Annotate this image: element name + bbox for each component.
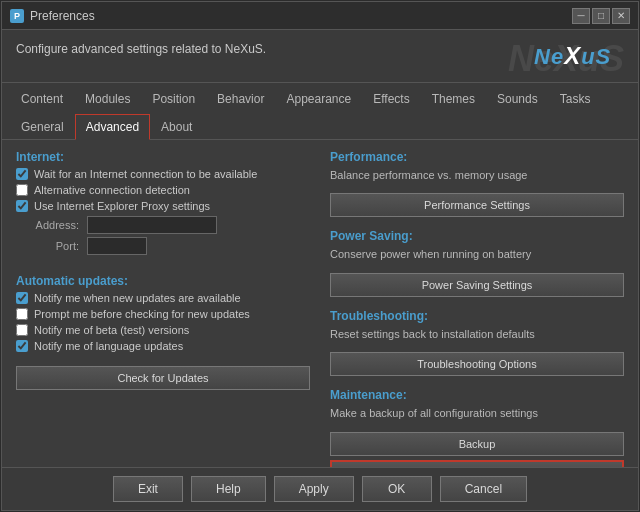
troubleshooting-title: Troubleshooting: (330, 309, 624, 323)
maintenance-section: Maintenance: Make a backup of all config… (330, 388, 624, 467)
checkbox-internet-wait-input[interactable] (16, 168, 28, 180)
check-updates-button[interactable]: Check for Updates (16, 366, 310, 390)
troubleshooting-desc: Reset settings back to installation defa… (330, 327, 624, 342)
checkbox-alt-connection-label: Alternative connection detection (34, 184, 190, 196)
checkbox-notify-beta: Notify me of beta (test) versions (16, 324, 310, 336)
address-row: Address: (16, 216, 310, 234)
apply-button[interactable]: Apply (274, 476, 354, 502)
tab-appearance[interactable]: Appearance (275, 86, 362, 111)
restore-button[interactable]: Restore (330, 460, 624, 467)
performance-title: Performance: (330, 150, 624, 164)
checkbox-prompt-before-check-input[interactable] (16, 308, 28, 320)
power-saving-title: Power Saving: (330, 229, 624, 243)
left-panel: Internet: Wait for an Internet connectio… (16, 150, 310, 457)
address-input[interactable] (87, 216, 217, 234)
auto-updates-section: Automatic updates: Notify me when new up… (16, 274, 310, 390)
ok-button[interactable]: OK (362, 476, 432, 502)
backup-button[interactable]: Backup (330, 432, 624, 456)
header-description: Configure advanced settings related to N… (16, 38, 266, 56)
checkbox-internet-wait: Wait for an Internet connection to be av… (16, 168, 310, 180)
tab-general[interactable]: General (10, 114, 75, 139)
checkbox-alt-connection: Alternative connection detection (16, 184, 310, 196)
right-panel: Performance: Balance performance vs. mem… (330, 150, 624, 457)
auto-updates-title: Automatic updates: (16, 274, 310, 288)
troubleshooting-section: Troubleshooting: Reset settings back to … (330, 309, 624, 376)
tab-behavior[interactable]: Behavior (206, 86, 275, 111)
power-saving-section: Power Saving: Conserve power when runnin… (330, 229, 624, 296)
tab-effects[interactable]: Effects (362, 86, 420, 111)
maximize-button[interactable]: □ (592, 8, 610, 24)
header-area: Configure advanced settings related to N… (2, 30, 638, 83)
minimize-button[interactable]: ─ (572, 8, 590, 24)
performance-desc: Balance performance vs. memory usage (330, 168, 624, 183)
checkbox-notify-beta-label: Notify me of beta (test) versions (34, 324, 189, 336)
port-row: Port: (16, 237, 310, 255)
maintenance-desc: Make a backup of all configuration setti… (330, 406, 624, 421)
performance-section: Performance: Balance performance vs. mem… (330, 150, 624, 217)
port-label: Port: (34, 240, 79, 252)
title-bar: P Preferences ─ □ ✕ (2, 2, 638, 30)
tab-content[interactable]: Content (10, 86, 74, 111)
tab-advanced[interactable]: Advanced (75, 114, 150, 140)
checkbox-notify-updates: Notify me when new updates are available (16, 292, 310, 304)
checkbox-ie-proxy-label: Use Internet Explorer Proxy settings (34, 200, 210, 212)
checkbox-notify-updates-input[interactable] (16, 292, 28, 304)
maintenance-title: Maintenance: (330, 388, 624, 402)
cancel-button[interactable]: Cancel (440, 476, 527, 502)
port-input[interactable] (87, 237, 147, 255)
help-button[interactable]: Help (191, 476, 266, 502)
checkbox-notify-language: Notify me of language updates (16, 340, 310, 352)
tab-themes[interactable]: Themes (421, 86, 486, 111)
checkbox-ie-proxy: Use Internet Explorer Proxy settings (16, 200, 310, 212)
logo-container: NeXuS NeXuS (534, 38, 624, 78)
tab-modules[interactable]: Modules (74, 86, 141, 111)
footer: Exit Help Apply OK Cancel (2, 467, 638, 510)
title-bar-controls: ─ □ ✕ (572, 8, 630, 24)
checkbox-ie-proxy-input[interactable] (16, 200, 28, 212)
main-content: Internet: Wait for an Internet connectio… (2, 140, 638, 467)
checkbox-internet-wait-label: Wait for an Internet connection to be av… (34, 168, 257, 180)
checkbox-notify-beta-input[interactable] (16, 324, 28, 336)
checkbox-prompt-before-check: Prompt me before checking for new update… (16, 308, 310, 320)
tab-bar: Content Modules Position Behavior Appear… (2, 83, 638, 140)
tab-tasks[interactable]: Tasks (549, 86, 602, 111)
checkbox-notify-updates-label: Notify me when new updates are available (34, 292, 241, 304)
title-bar-left: P Preferences (10, 9, 95, 23)
window-title: Preferences (30, 9, 95, 23)
internet-section: Internet: Wait for an Internet connectio… (16, 150, 310, 258)
checkbox-notify-language-label: Notify me of language updates (34, 340, 183, 352)
tab-sounds[interactable]: Sounds (486, 86, 549, 111)
performance-settings-button[interactable]: Performance Settings (330, 193, 624, 217)
internet-title: Internet: (16, 150, 310, 164)
exit-button[interactable]: Exit (113, 476, 183, 502)
tab-about[interactable]: About (150, 114, 203, 139)
checkbox-notify-language-input[interactable] (16, 340, 28, 352)
tab-position[interactable]: Position (141, 86, 206, 111)
troubleshooting-options-button[interactable]: Troubleshooting Options (330, 352, 624, 376)
power-saving-button[interactable]: Power Saving Settings (330, 273, 624, 297)
checkbox-alt-connection-input[interactable] (16, 184, 28, 196)
close-button[interactable]: ✕ (612, 8, 630, 24)
address-label: Address: (34, 219, 79, 231)
window-icon: P (10, 9, 24, 23)
power-saving-desc: Conserve power when running on battery (330, 247, 624, 262)
checkbox-prompt-before-check-label: Prompt me before checking for new update… (34, 308, 250, 320)
preferences-window: P Preferences ─ □ ✕ Configure advanced s… (1, 1, 639, 511)
logo-text: NeXuS (534, 42, 611, 70)
